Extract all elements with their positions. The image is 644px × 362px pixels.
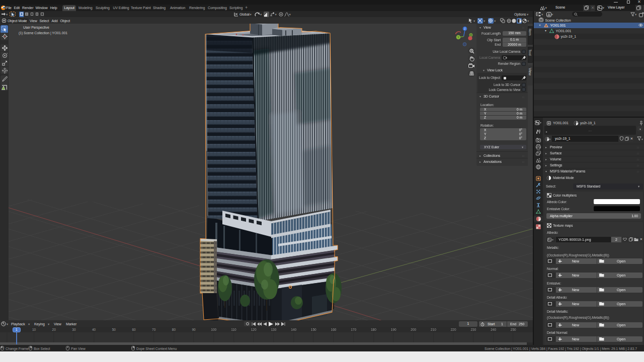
svg-text:Y: Y [457, 36, 459, 39]
